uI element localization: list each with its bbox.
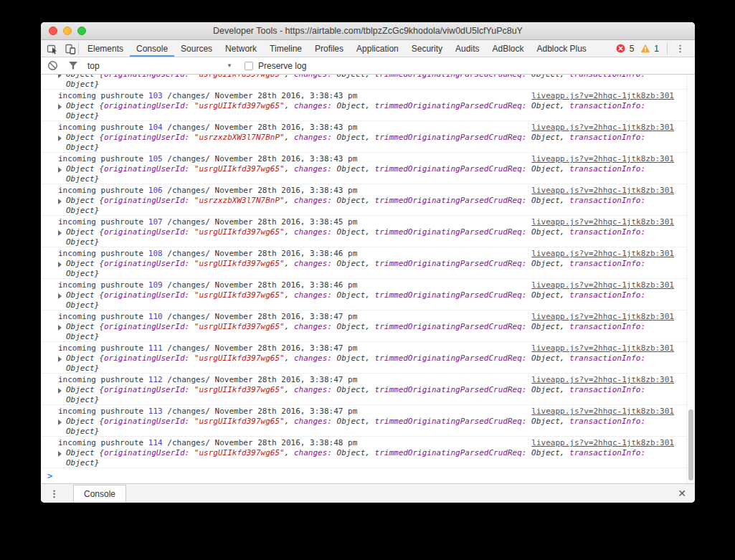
preserve-log-control: Preserve log — [245, 61, 306, 71]
tab-timeline[interactable]: Timeline — [263, 40, 308, 57]
message-text: incoming pushroute 103 /changes/ Novembe… — [58, 91, 357, 101]
object-preview: Object {originatingUserId: "usrgUIIkfd39… — [58, 259, 674, 269]
source-link[interactable]: liveapp.js?v=2hhqc-1jtk8zb:301 — [531, 154, 674, 164]
warning-icon[interactable] — [640, 43, 651, 54]
object-preview-close: Object} — [58, 458, 674, 468]
console-panel: incoming pushroute /changes/ November 28… — [41, 75, 695, 483]
source-link[interactable]: liveapp.js?v=2hhqc-1jtk8zb:301 — [531, 91, 674, 101]
scrollbar-thumb[interactable] — [688, 409, 693, 480]
console-message: incoming pushroute 107 /changes/ Novembe… — [41, 216, 686, 247]
source-link[interactable]: liveapp.js?v=2hhqc-1jtk8zb:301 — [531, 375, 674, 385]
device-toolbar-icon[interactable] — [65, 43, 76, 54]
object-preview: Object {originatingUserId: "usrgUIIkfd39… — [58, 322, 674, 332]
message-timestamp: 3:38:46 pm — [310, 280, 357, 290]
filter-icon[interactable] — [67, 60, 79, 72]
tab-security[interactable]: Security — [405, 40, 449, 57]
source-link[interactable]: liveapp.js?v=2hhqc-1jtk8zb:301 — [531, 280, 674, 290]
object-preview-close: Object} — [58, 143, 674, 153]
source-link[interactable]: liveapp.js?v=2hhqc-1jtk8zb:301 — [531, 407, 674, 417]
source-link[interactable]: liveapp.js?v=2hhqc-1jtk8zb:301 — [531, 312, 674, 322]
error-count[interactable]: 5 — [630, 44, 635, 54]
expand-triangle-icon[interactable] — [58, 75, 62, 78]
message-header: incoming pushroute 107 /changes/ Novembe… — [58, 217, 674, 227]
expand-triangle-icon[interactable] — [58, 262, 62, 267]
pushroute-number: 107 — [148, 217, 163, 227]
console-message: incoming pushroute 106 /changes/ Novembe… — [41, 184, 686, 216]
expand-triangle-icon[interactable] — [58, 104, 62, 110]
tab-application[interactable]: Application — [350, 40, 405, 57]
clear-console-icon[interactable] — [47, 60, 58, 72]
overflow-menu-icon[interactable]: ⋮ — [673, 45, 688, 52]
prompt-chevron-icon: > — [47, 471, 52, 481]
close-window-button[interactable] — [49, 27, 57, 35]
originating-user-id: "usrgUIIkfd397wg65" — [194, 353, 285, 363]
object-preview-close: Object} — [58, 300, 674, 310]
expand-triangle-icon[interactable] — [58, 451, 62, 457]
preserve-log-checkbox[interactable] — [245, 62, 253, 70]
tab-network[interactable]: Network — [219, 40, 263, 57]
expand-triangle-icon[interactable] — [58, 325, 62, 331]
source-link[interactable]: liveapp.js?v=2hhqc-1jtk8zb:301 — [531, 438, 674, 448]
scrollbar-track[interactable] — [686, 75, 695, 483]
context-value: top — [87, 61, 100, 71]
originating-user-id: "usrzxzbXW3l7N7BnP" — [194, 133, 285, 142]
inspect-element-icon[interactable] — [47, 43, 58, 54]
message-timestamp: 3:38:43 pm — [310, 186, 357, 195]
drawer-toolbar: ⋮ Console ✕ — [41, 483, 695, 503]
tab-adblock[interactable]: AdBlock — [485, 40, 530, 57]
message-header: incoming pushroute 108 /changes/ Novembe… — [58, 249, 674, 259]
expand-triangle-icon[interactable] — [58, 293, 62, 299]
devtools-window: Developer Tools - https://airtable.com/t… — [41, 22, 695, 503]
originating-user-id: "usrgUIIkfd397wg65" — [194, 75, 285, 79]
pushroute-number: 108 — [148, 249, 163, 258]
object-preview: Object {originatingUserId: "usrzxzbXW3l7… — [58, 133, 674, 143]
originating-user-id: "usrgUIIkfd397wg65" — [194, 290, 285, 300]
expand-triangle-icon[interactable] — [58, 230, 62, 236]
zoom-window-button[interactable] — [77, 27, 86, 35]
tab-audits[interactable]: Audits — [449, 40, 485, 57]
expand-triangle-icon[interactable] — [58, 136, 62, 141]
object-preview: Object {originatingUserId: "usrgUIIkfd39… — [58, 290, 674, 300]
badge-divider — [667, 43, 668, 54]
message-header: incoming pushroute 114 /changes/ Novembe… — [58, 438, 674, 448]
tab-profiles[interactable]: Profiles — [308, 40, 350, 57]
console-prompt[interactable]: > — [41, 468, 695, 481]
source-link[interactable]: liveapp.js?v=2hhqc-1jtk8zb:301 — [531, 217, 674, 227]
object-preview: Object {originatingUserId: "usrgUIIkfd39… — [58, 75, 674, 80]
pushroute-number: 110 — [148, 312, 163, 321]
pushroute-number: 114 — [148, 438, 163, 447]
error-icon[interactable] — [615, 43, 627, 54]
message-text: incoming pushroute 107 /changes/ Novembe… — [58, 217, 357, 227]
tab-adblock-plus[interactable]: Adblock Plus — [531, 40, 593, 57]
window-title: Developer Tools - https://airtable.com/t… — [213, 26, 523, 36]
expand-triangle-icon[interactable] — [58, 167, 62, 173]
titlebar[interactable]: Developer Tools - https://airtable.com/t… — [41, 22, 695, 40]
message-timestamp: 3:38:48 pm — [310, 438, 357, 447]
source-link[interactable]: liveapp.js?v=2hhqc-1jtk8zb:301 — [531, 343, 674, 353]
execution-context-selector[interactable]: top ▼ — [87, 61, 232, 71]
object-preview: Object {originatingUserId: "usrgUIIkfd39… — [58, 227, 674, 237]
expand-triangle-icon[interactable] — [58, 419, 62, 425]
console-message: incoming pushroute 109 /changes/ Novembe… — [41, 279, 686, 310]
message-timestamp: 3:38:45 pm — [310, 217, 357, 227]
message-text: incoming pushroute 105 /changes/ Novembe… — [58, 154, 357, 164]
expand-triangle-icon[interactable] — [58, 199, 62, 204]
tab-sources[interactable]: Sources — [174, 40, 219, 57]
message-timestamp: 3:38:43 pm — [310, 123, 357, 132]
originating-user-id: "usrgUIIkfd397wg65" — [194, 259, 285, 268]
tab-elements[interactable]: Elements — [81, 40, 130, 57]
drawer-menu-icon[interactable]: ⋮ — [49, 490, 59, 497]
expand-triangle-icon[interactable] — [58, 356, 62, 362]
drawer-close-icon[interactable]: ✕ — [678, 488, 686, 499]
source-link[interactable]: liveapp.js?v=2hhqc-1jtk8zb:301 — [531, 249, 674, 259]
warning-count[interactable]: 1 — [654, 44, 659, 54]
originating-user-id: "usrgUIIkfd397wg65" — [194, 448, 285, 457]
expand-triangle-icon[interactable] — [58, 388, 62, 394]
tab-console[interactable]: Console — [130, 40, 174, 57]
source-link[interactable]: liveapp.js?v=2hhqc-1jtk8zb:301 — [531, 186, 674, 196]
object-preview: Object {originatingUserId: "usrgUIIkfd39… — [58, 385, 674, 395]
source-link[interactable]: liveapp.js?v=2hhqc-1jtk8zb:301 — [531, 123, 674, 133]
console-filterbar: top ▼ Preserve log — [41, 57, 695, 75]
minimize-window-button[interactable] — [63, 27, 72, 35]
drawer-tab-console[interactable]: Console — [73, 485, 126, 503]
